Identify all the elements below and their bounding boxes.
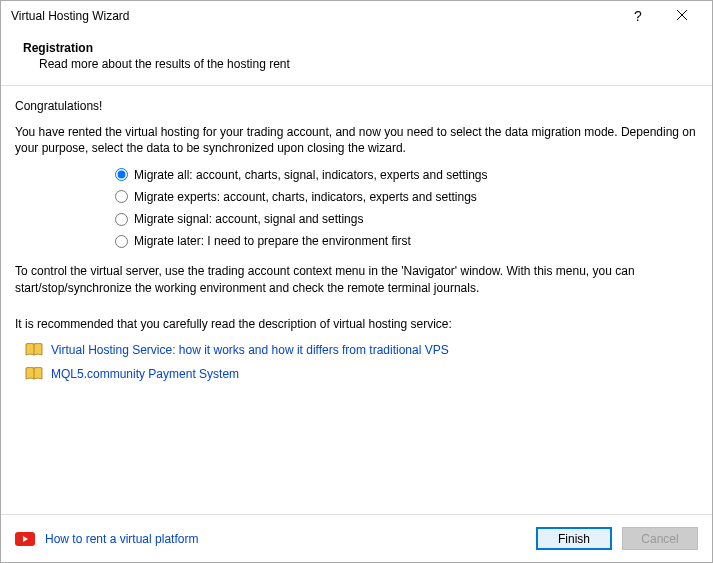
radio-migrate-all[interactable] [115, 168, 128, 181]
wizard-content: Congratulations! You have rented the vir… [1, 86, 712, 514]
close-icon [676, 9, 688, 23]
option-migrate-later[interactable]: Migrate later: I need to prepare the env… [115, 233, 698, 249]
cancel-button: Cancel [622, 527, 698, 550]
book-icon [25, 343, 43, 357]
migration-options: Migrate all: account, charts, signal, in… [115, 167, 698, 250]
link-virtual-hosting-service[interactable]: Virtual Hosting Service: how it works an… [51, 342, 449, 358]
option-migrate-all[interactable]: Migrate all: account, charts, signal, in… [115, 167, 698, 183]
close-button[interactable] [662, 1, 702, 31]
control-hint-text: To control the virtual server, use the t… [15, 263, 698, 295]
wizard-window: Virtual Hosting Wizard ? Registration Re… [0, 0, 713, 563]
link-row-payment: MQL5.community Payment System [25, 366, 698, 382]
radio-migrate-signal[interactable] [115, 213, 128, 226]
page-heading: Registration [23, 41, 698, 55]
page-subheading: Read more about the results of the hosti… [39, 57, 698, 71]
window-title: Virtual Hosting Wizard [11, 9, 614, 23]
link-how-to-rent[interactable]: How to rent a virtual platform [45, 532, 198, 546]
finish-button[interactable]: Finish [536, 527, 612, 550]
book-icon [25, 367, 43, 381]
titlebar: Virtual Hosting Wizard ? [1, 1, 712, 31]
link-payment-system[interactable]: MQL5.community Payment System [51, 366, 239, 382]
footer-left: How to rent a virtual platform [15, 532, 526, 546]
option-label: Migrate later: I need to prepare the env… [134, 233, 411, 249]
intro-text: You have rented the virtual hosting for … [15, 124, 698, 156]
wizard-footer: How to rent a virtual platform Finish Ca… [1, 514, 712, 562]
wizard-header: Registration Read more about the results… [1, 31, 712, 86]
radio-migrate-experts[interactable] [115, 190, 128, 203]
option-label: Migrate all: account, charts, signal, in… [134, 167, 488, 183]
recommend-text: It is recommended that you carefully rea… [15, 316, 698, 332]
option-migrate-experts[interactable]: Migrate experts: account, charts, indica… [115, 189, 698, 205]
option-label: Migrate experts: account, charts, indica… [134, 189, 477, 205]
congrats-text: Congratulations! [15, 98, 698, 114]
help-button[interactable]: ? [618, 1, 658, 31]
link-row-vhs: Virtual Hosting Service: how it works an… [25, 342, 698, 358]
recommended-links-section: It is recommended that you carefully rea… [15, 316, 698, 383]
youtube-icon [15, 532, 35, 546]
option-label: Migrate signal: account, signal and sett… [134, 211, 363, 227]
option-migrate-signal[interactable]: Migrate signal: account, signal and sett… [115, 211, 698, 227]
radio-migrate-later[interactable] [115, 235, 128, 248]
